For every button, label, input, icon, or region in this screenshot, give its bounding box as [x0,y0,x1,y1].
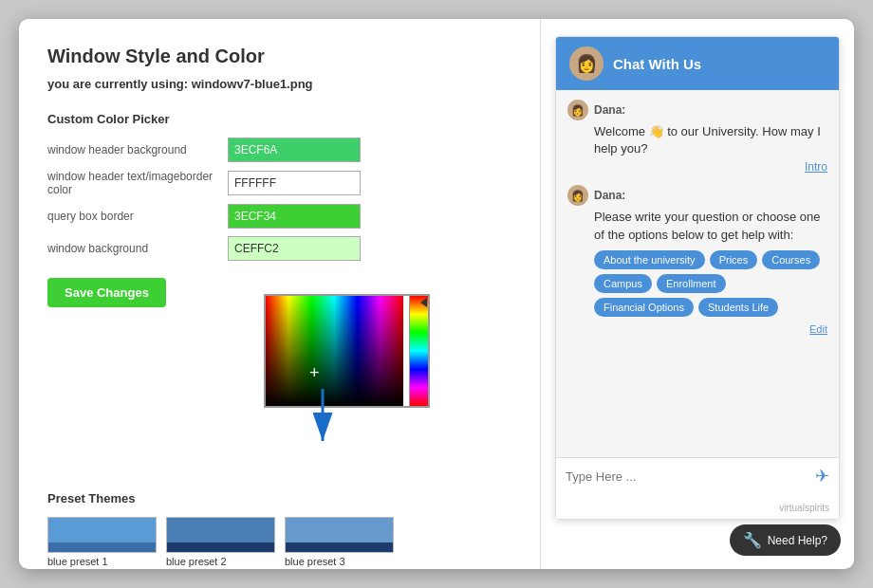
msg-text-2: Please write your question or choose one… [594,209,827,243]
main-window: Window Style and Color you are currently… [19,19,854,569]
need-help-label: Need Help? [768,534,827,547]
chat-option-button[interactable]: Enrollment [657,274,726,293]
swatch-top [48,518,156,542]
need-help-button[interactable]: 🔧 Need Help? [730,524,841,556]
color-row-label: window background [47,242,228,255]
msg-avatar-1: 👩 [567,100,588,120]
left-panel: Window Style and Color you are currently… [19,19,541,569]
color-row: query box border [47,204,511,229]
swatch-bottom [167,542,274,552]
need-help-icon: 🔧 [743,531,762,549]
chat-footer-text: virtualspirits [779,503,829,513]
color-row: window background [47,236,511,261]
color-row: window header text/imageborder color [47,170,511,196]
chat-widget: 👩 Chat With Us 👩 Dana: Welcome 👋 to our … [555,36,840,520]
spectrum-indicator [420,298,427,307]
color-picker-label: Custom Color Picker [47,112,511,126]
color-row-label: window header background [47,143,228,156]
preset-item[interactable]: blue preset 1 [47,517,157,567]
intro-link[interactable]: Intro [567,160,827,174]
swatch-top [286,518,393,542]
preset-swatch [285,517,394,553]
color-gradient[interactable] [266,296,403,406]
preset-swatch [47,517,157,553]
crosshair-icon: + [309,364,320,381]
color-picker-popup[interactable]: + [264,294,430,408]
preset-swatch [166,517,275,553]
chat-header-title: Chat With Us [613,56,701,72]
chat-option-button[interactable]: Courses [762,250,820,269]
chat-header: 👩 Chat With Us [556,37,839,90]
color-value-input[interactable] [228,171,361,195]
color-row-label: query box border [47,210,228,223]
preset-item[interactable]: blue preset 3 [285,517,394,567]
msg-author-row-1: 👩 Dana: [567,100,827,120]
send-button[interactable]: ✈ [815,466,829,487]
preset-name: blue preset 2 [166,556,275,567]
chat-footer: virtualspirits [556,494,839,519]
chat-messages: 👩 Dana: Welcome 👋 to our University. How… [556,90,839,457]
msg-avatar-2: 👩 [567,185,588,206]
current-using-text: you are currently using: windowv7-blue1.… [47,77,511,91]
chat-option-button[interactable]: Students Life [698,298,778,317]
preset-name: blue preset 3 [285,556,394,567]
page-title: Window Style and Color [47,46,511,67]
color-row: window header background [47,138,511,162]
msg-text-1: Welcome 👋 to our University. How may I h… [594,123,827,157]
msg-author-1: Dana: [594,103,625,117]
preset-name: blue preset 1 [47,556,157,567]
chat-message-1: 👩 Dana: Welcome 👋 to our University. How… [567,100,827,174]
color-row-label: window header text/imageborder color [47,170,228,196]
swatch-top [167,518,274,542]
chat-option-button[interactable]: About the university [594,250,705,269]
swatch-bottom [286,542,393,552]
preset-grid: blue preset 1 blue preset 2 blue preset … [47,517,511,569]
chat-option-button[interactable]: Campus [594,274,652,293]
msg-author-2: Dana: [594,189,625,202]
chat-option-button[interactable]: Financial Options [594,298,694,317]
msg-author-row-2: 👩 Dana: [567,185,827,206]
spectrum-bar[interactable] [409,296,428,406]
edit-link[interactable]: Edit [567,323,827,335]
preset-item[interactable]: blue preset 2 [166,517,275,567]
save-button[interactable]: Save Changes [47,278,166,307]
right-panel: 👩 Chat With Us 👩 Dana: Welcome 👋 to our … [541,19,854,569]
chat-option-button[interactable]: Prices [710,250,758,269]
preset-themes-label: Preset Themes [47,491,511,505]
color-value-input[interactable] [228,236,361,261]
chat-options: About the universityPricesCoursesCampusE… [594,250,827,317]
swatch-bottom [48,542,156,552]
chat-message-2: 👩 Dana: Please write your question or ch… [567,185,827,334]
chat-input-row[interactable]: ✈ [556,457,839,494]
chat-avatar: 👩 [569,46,604,81]
color-value-input[interactable] [228,138,361,162]
color-value-input[interactable] [228,204,361,229]
chat-input[interactable] [566,469,808,484]
preset-themes-section: Preset Themes blue preset 1 blue preset … [47,491,511,569]
color-rows: window header background window header t… [47,138,511,261]
